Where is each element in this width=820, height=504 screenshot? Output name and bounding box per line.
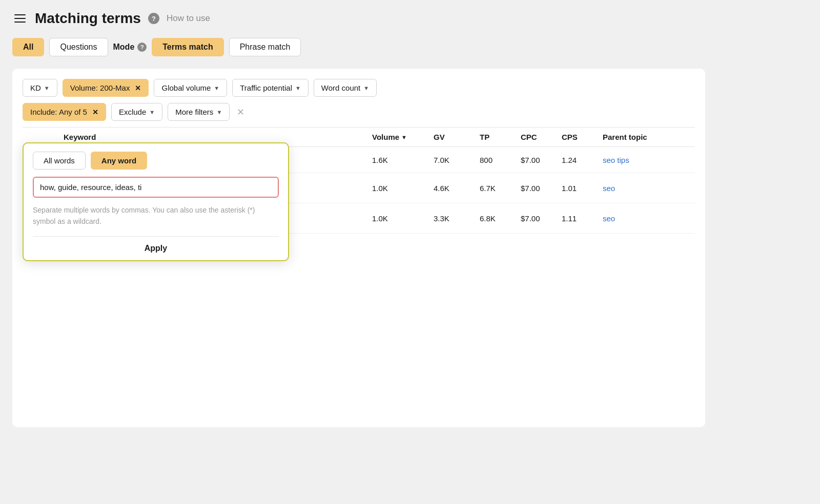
row-gv: 7.0K (434, 156, 480, 164)
chevron-down-icon: ▼ (149, 109, 155, 115)
header: Matching terms ? How to use (12, 10, 705, 27)
any-word-tab[interactable]: Any word (91, 152, 147, 170)
row-parent-topic: seo (603, 214, 695, 223)
menu-icon[interactable] (12, 12, 28, 25)
volume-close-icon[interactable]: ✕ (135, 84, 141, 92)
parent-topic-link[interactable]: seo tips (603, 156, 629, 164)
chevron-down-icon: ▼ (216, 109, 222, 115)
row-cpc: $7.00 (521, 214, 562, 223)
col-tp: TP (480, 133, 521, 141)
popup-hint-text: Separate multiple words by commas. You c… (33, 205, 279, 227)
col-checkbox (23, 133, 43, 141)
filter-all-button[interactable]: All (12, 38, 44, 56)
row-tp: 6.7K (480, 184, 521, 193)
how-to-use-link[interactable]: How to use (167, 13, 210, 24)
main-card: KD ▼ Volume: 200-Max ✕ Global volume ▼ T… (12, 69, 705, 427)
all-words-tab[interactable]: All words (33, 152, 86, 170)
row-parent-topic: seo (603, 184, 695, 193)
parent-topic-link[interactable]: seo (603, 214, 615, 223)
apply-button[interactable]: Apply (145, 244, 167, 253)
page-title: Matching terms (35, 10, 141, 27)
col-keyword: Keyword (64, 133, 372, 141)
row-volume: 1.0K (372, 214, 434, 223)
row-cpc: $7.00 (521, 184, 562, 193)
mode-row: All Questions Mode ? Terms match Phrase … (12, 38, 705, 56)
exclude-filter-button[interactable]: Exclude ▼ (111, 103, 162, 121)
include-popup: All words Any word Separate multiple wor… (23, 142, 289, 261)
mode-label: Mode ? (113, 43, 147, 52)
help-icon[interactable]: ? (148, 13, 159, 24)
chevron-down-icon: ▼ (363, 85, 369, 91)
chevron-down-icon: ▼ (295, 85, 301, 91)
terms-match-button[interactable]: Terms match (152, 38, 223, 56)
col-parent-topic: Parent topic (603, 133, 695, 141)
parent-topic-link[interactable]: seo (603, 184, 615, 193)
row-cps: 1.24 (562, 156, 603, 164)
mode-help-icon[interactable]: ? (137, 43, 147, 52)
sort-icon: ▼ (401, 134, 407, 140)
popup-footer: Apply (33, 236, 279, 260)
col-cps: CPS (562, 133, 603, 141)
filter-row-1: KD ▼ Volume: 200-Max ✕ Global volume ▼ T… (23, 79, 695, 97)
phrase-match-button[interactable]: Phrase match (229, 38, 301, 56)
chevron-down-icon: ▼ (214, 85, 219, 91)
col-gv: GV (434, 133, 480, 141)
kd-filter-button[interactable]: KD ▼ (23, 79, 57, 97)
row-volume: 1.0K (372, 184, 434, 193)
col-volume[interactable]: Volume ▼ (372, 133, 434, 141)
filter-questions-button[interactable]: Questions (49, 38, 108, 56)
col-cpc: CPC (521, 133, 562, 141)
row-gv: 4.6K (434, 184, 480, 193)
col-check (43, 133, 64, 141)
popup-tabs: All words Any word (33, 152, 279, 170)
row-cpc: $7.00 (521, 156, 562, 164)
filter-row-2: Include: Any of 5 ✕ Exclude ▼ More filte… (23, 103, 695, 121)
row-cps: 1.11 (562, 214, 603, 223)
row-volume: 1.6K (372, 156, 434, 164)
volume-filter-button[interactable]: Volume: 200-Max ✕ (63, 79, 149, 97)
row-tp: 800 (480, 156, 521, 164)
chevron-down-icon: ▼ (44, 85, 50, 91)
clear-filters-icon[interactable]: ✕ (237, 107, 244, 118)
traffic-potential-filter-button[interactable]: Traffic potential ▼ (232, 79, 309, 97)
page: Matching terms ? How to use All Question… (0, 0, 717, 504)
more-filters-button[interactable]: More filters ▼ (168, 103, 230, 121)
row-parent-topic: seo tips (603, 156, 695, 164)
row-gv: 3.3K (434, 214, 480, 223)
global-volume-filter-button[interactable]: Global volume ▼ (154, 79, 227, 97)
row-cps: 1.01 (562, 184, 603, 193)
include-close-icon[interactable]: ✕ (92, 108, 98, 116)
include-keywords-input[interactable] (33, 177, 279, 198)
word-count-filter-button[interactable]: Word count ▼ (314, 79, 377, 97)
row-tp: 6.8K (480, 214, 521, 223)
include-filter-button[interactable]: Include: Any of 5 ✕ (23, 103, 106, 121)
